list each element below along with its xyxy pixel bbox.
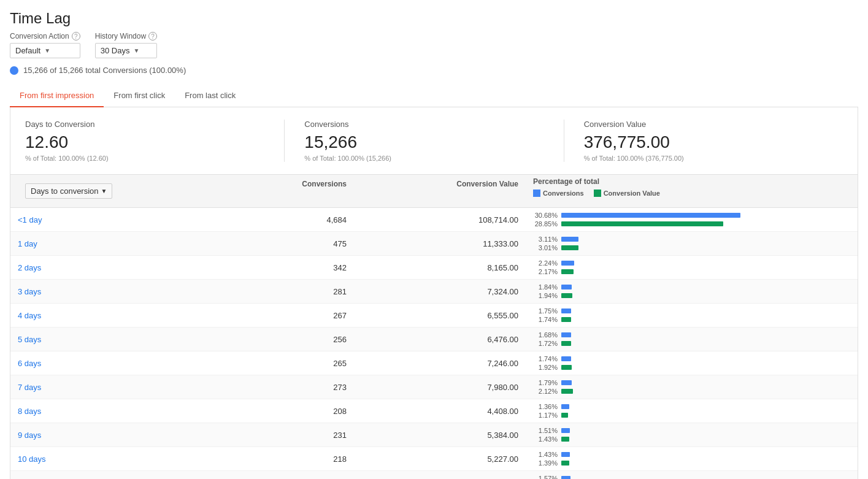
row-bar-cell: 1.74% 1.92% (526, 351, 858, 375)
bar-row-val: 1.74% (533, 316, 850, 323)
row-conv-value: 5,384.00 (354, 426, 526, 445)
metric-conv-value-sub: % of Total: 100.00% (376,775.00) (584, 155, 823, 162)
table-row: 3 days 281 7,324.00 1.84% 1.94% (10, 280, 858, 304)
row-label: <1 day (10, 210, 182, 229)
metric-conv-value-label: Conversion Value (584, 120, 823, 129)
row-bar-cell: 1.36% 1.17% (526, 399, 858, 423)
bar-track-val (561, 413, 850, 418)
bar-pct-val: 1.94% (533, 292, 558, 299)
bar-pct-conv: 1.75% (533, 307, 558, 315)
table-row: 5 days 256 6,476.00 1.68% 1.72% (10, 328, 858, 351)
metric-conversion-value: Conversion Value 376,775.00 % of Total: … (564, 120, 843, 162)
table-row: 7 days 273 7,980.00 1.79% 2.12% (10, 375, 858, 399)
table-row: 6 days 265 7,246.00 1.74% 1.92% (10, 351, 858, 375)
bar-fill-conv (561, 452, 570, 457)
row-bar-cell: 1.57% 1.45% (526, 471, 858, 479)
metric-days-to-conversion: Days to Conversion 12.60 % of Total: 100… (25, 120, 284, 162)
table-row: 2 days 342 8,165.00 2.24% 2.17% (10, 256, 858, 280)
bar-track-conv (561, 237, 850, 242)
row-conversions: 475 (182, 234, 354, 253)
data-table: Days to conversion ▼ Conversions Convers… (10, 175, 858, 479)
bar-fill-conv (561, 237, 578, 242)
tab-first-impression[interactable]: From first impression (10, 85, 104, 107)
history-window-dropdown[interactable]: 30 Days ▼ (95, 43, 157, 58)
history-window-help-icon[interactable]: ? (148, 32, 157, 40)
row-label: 11 days (10, 473, 182, 480)
conversion-action-label: Conversion Action ? (10, 32, 80, 40)
bar-track-val (561, 461, 850, 466)
bar-row-val: 1.39% (533, 459, 850, 467)
row-conversions: 256 (182, 330, 354, 349)
conversion-action-help-icon[interactable]: ? (72, 32, 80, 40)
table-row: <1 day 4,684 108,714.00 30.68% 28.85% (10, 208, 858, 232)
table-header: Days to conversion ▼ Conversions Convers… (10, 175, 858, 208)
bar-row-val: 1.17% (533, 412, 850, 419)
row-bar-cell: 1.43% 1.39% (526, 447, 858, 470)
bar-row-val: 28.85% (533, 220, 850, 228)
row-label: 2 days (10, 258, 182, 277)
bar-track-conv (561, 404, 850, 409)
bar-track-val (561, 317, 850, 322)
bar-pct-val: 1.17% (533, 412, 558, 419)
bar-pct-conv: 1.68% (533, 331, 558, 339)
bar-pct-conv: 1.79% (533, 379, 558, 386)
bar-pair: 1.57% 1.45% (533, 475, 850, 479)
bar-row-val: 3.01% (533, 244, 850, 251)
bar-fill-val (561, 461, 569, 466)
bar-track-val (561, 269, 850, 274)
bar-pct-val: 2.12% (533, 388, 558, 395)
table-body: <1 day 4,684 108,714.00 30.68% 28.85% (10, 208, 858, 479)
bar-fill-conv (561, 285, 572, 289)
bar-track-conv (561, 452, 850, 457)
bar-track-conv (561, 476, 850, 479)
bar-fill-val (561, 269, 574, 274)
bar-pct-val: 1.92% (533, 364, 558, 371)
table-row: 11 days 240 5,448.00 1.57% 1.45% (10, 471, 858, 479)
metric-conversions: Conversions 15,266 % of Total: 100.00% (… (284, 120, 563, 162)
row-conv-value: 8,165.00 (354, 258, 526, 277)
bar-row-conv: 3.11% (533, 236, 850, 243)
row-conversions: 265 (182, 354, 354, 373)
bar-pct-conv: 1.36% (533, 403, 558, 410)
metrics-section: Days to Conversion 12.60 % of Total: 100… (10, 107, 858, 175)
tab-last-click[interactable]: From last click (175, 85, 245, 107)
bar-pair: 1.79% 2.12% (533, 379, 850, 395)
bar-pair: 1.68% 1.72% (533, 331, 850, 347)
history-window-label: History Window ? (95, 32, 157, 40)
bar-fill-val (561, 341, 571, 346)
table-row: 8 days 208 4,408.00 1.36% 1.17% (10, 399, 858, 423)
legend-blue-icon (533, 190, 540, 197)
row-label: 5 days (10, 330, 182, 349)
bar-pct-val: 28.85% (533, 220, 558, 228)
bar-fill-conv (561, 332, 571, 337)
bar-fill-conv (561, 476, 570, 479)
history-window-control: History Window ? 30 Days ▼ (95, 32, 157, 58)
bar-track-val (561, 437, 850, 442)
bar-track-val (561, 341, 850, 346)
row-conversions: 273 (182, 378, 354, 397)
days-dropdown[interactable]: Days to conversion ▼ (25, 183, 112, 199)
bar-pair: 1.36% 1.17% (533, 403, 850, 419)
bar-row-conv: 2.24% (533, 259, 850, 267)
bar-row-val: 1.92% (533, 364, 850, 371)
legend-green-icon (594, 190, 601, 197)
bar-pct-val: 1.72% (533, 340, 558, 347)
tab-first-click[interactable]: From first click (104, 85, 175, 107)
row-conv-value: 6,555.00 (354, 306, 526, 325)
conversion-action-dropdown[interactable]: Default ▼ (10, 43, 80, 58)
bar-track-conv (561, 428, 850, 433)
days-dropdown-arrow-icon: ▼ (101, 188, 107, 194)
bar-track-conv (561, 332, 850, 337)
bar-pct-conv: 30.68% (533, 212, 558, 219)
bar-row-conv: 1.79% (533, 379, 850, 386)
bar-track-conv (561, 380, 850, 385)
summary-text: 15,266 of 15,266 total Conversions (100.… (23, 66, 186, 75)
metric-days-value: 12.60 (25, 132, 264, 152)
bar-pct-conv: 1.51% (533, 427, 558, 434)
bar-row-conv: 1.75% (533, 307, 850, 315)
row-label: 7 days (10, 378, 182, 397)
col-header-days: Days to conversion ▼ (10, 175, 182, 207)
bar-fill-val (561, 437, 569, 442)
col-header-conv-value: Conversion Value (354, 175, 526, 207)
bar-pair: 1.74% 1.92% (533, 355, 850, 371)
